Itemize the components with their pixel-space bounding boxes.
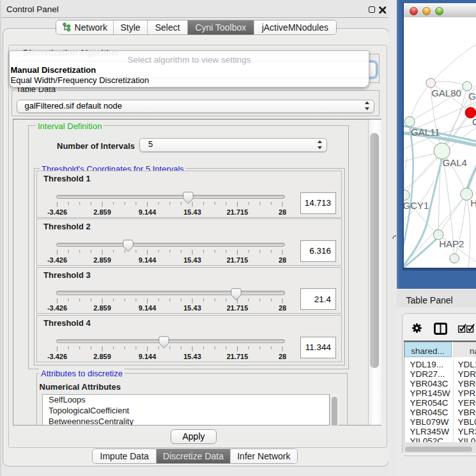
svg-text:GAL11: GAL11 xyxy=(411,127,440,137)
svg-text:H: H xyxy=(470,197,476,208)
svg-text:HAP2: HAP2 xyxy=(439,238,464,249)
svg-text:GA: GA xyxy=(468,91,476,102)
svg-text:GAL80: GAL80 xyxy=(431,88,461,98)
svg-text:CY: CY xyxy=(472,116,476,127)
svg-text:GCY1: GCY1 xyxy=(404,200,429,211)
svg-text:GAL4: GAL4 xyxy=(442,157,466,168)
